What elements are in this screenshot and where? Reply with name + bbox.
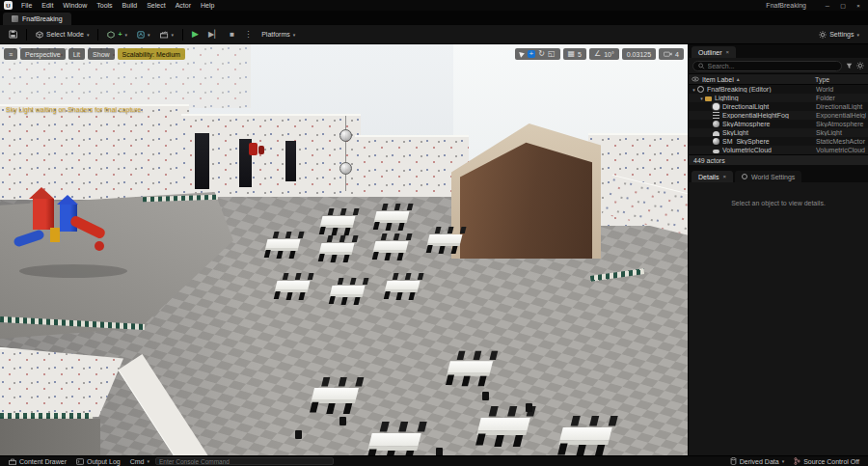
- perspective-dropdown[interactable]: Perspective: [20, 48, 66, 60]
- outliner-search-box[interactable]: [692, 61, 842, 71]
- content-drawer-button[interactable]: Content Drawer: [5, 458, 70, 465]
- dining-table[interactable]: [373, 241, 409, 253]
- level-viewport[interactable]: Sky Light waiting on Shaders for final c…: [0, 44, 688, 455]
- stop-button[interactable]: ■: [226, 29, 238, 41]
- close-tab-icon[interactable]: ×: [726, 49, 730, 55]
- dining-table[interactable]: [476, 418, 529, 435]
- minimize-button[interactable]: ─: [820, 3, 835, 9]
- view-mode-dropdown[interactable]: Lit: [68, 48, 85, 60]
- menu-item-build[interactable]: Build: [118, 2, 143, 9]
- move-tool-icon[interactable]: +: [528, 50, 536, 58]
- menu-item-select[interactable]: Select: [142, 2, 170, 9]
- rotate-tool-icon[interactable]: ↻: [538, 50, 545, 58]
- grid-snap-icon: ▦: [568, 50, 576, 58]
- menu-item-file[interactable]: File: [16, 2, 37, 9]
- filter-funnel-icon[interactable]: [846, 63, 853, 69]
- viewport-options-button[interactable]: ≡: [4, 48, 17, 60]
- dining-table[interactable]: [558, 427, 611, 445]
- close-tab-icon[interactable]: ×: [722, 174, 726, 179]
- rotation-snap-control[interactable]: ∠ 10°: [589, 48, 619, 60]
- outliner-search-input[interactable]: [708, 63, 836, 69]
- tab-details[interactable]: Details ×: [692, 171, 733, 182]
- outliner-row[interactable]: SM_SkySphereStaticMeshActor: [689, 137, 868, 146]
- chair[interactable]: [339, 417, 346, 425]
- dining-table[interactable]: [320, 216, 356, 228]
- chair[interactable]: [526, 403, 532, 412]
- menu-item-edit[interactable]: Edit: [37, 2, 58, 9]
- select-mode-dropdown[interactable]: Select Mode ▾: [32, 29, 93, 41]
- dining-table[interactable]: [427, 234, 463, 246]
- outliner-row[interactable]: DirectionalLightDirectionalLight: [689, 102, 868, 111]
- grid-snap-value: 5: [578, 51, 582, 58]
- play-options-kebab[interactable]: ⋮: [240, 29, 256, 41]
- menu-item-actor[interactable]: Actor: [171, 2, 196, 9]
- scale-snap-value: 0.03125: [627, 51, 651, 58]
- console-command-input[interactable]: [155, 457, 334, 465]
- chair[interactable]: [482, 392, 489, 400]
- dining-table[interactable]: [311, 388, 359, 403]
- animatronic-actor[interactable]: [258, 146, 264, 154]
- visibility-eye-icon[interactable]: [692, 76, 699, 82]
- output-log-button[interactable]: Output Log: [72, 458, 124, 465]
- sky-light-gizmo[interactable]: [339, 162, 352, 175]
- dining-table[interactable]: [374, 211, 410, 223]
- tab-fnafbreaking[interactable]: FnafBreaking: [3, 13, 71, 25]
- play-button[interactable]: ▶: [188, 28, 203, 41]
- dining-table[interactable]: [447, 361, 493, 376]
- grid-snap-control[interactable]: ▦ 5: [563, 48, 586, 60]
- scalability-button[interactable]: Scalability: Medium: [118, 48, 185, 60]
- dining-table[interactable]: [275, 281, 311, 292]
- dining-table[interactable]: [385, 281, 420, 292]
- source-control-button[interactable]: Source Control Off: [790, 457, 863, 465]
- chair[interactable]: [436, 448, 443, 455]
- cinematics-dropdown[interactable]: ▾: [156, 29, 178, 41]
- directional-light-gizmo[interactable]: [339, 129, 352, 142]
- outliner-row[interactable]: SkyLightSkyLight: [689, 128, 868, 137]
- frame-skip-button[interactable]: ▶▏: [204, 29, 224, 41]
- outliner-row[interactable]: SkyAtmosphereSkyAtmosphere: [689, 120, 868, 128]
- tab-world-settings[interactable]: World Settings: [735, 171, 801, 182]
- scale-snap-control[interactable]: 0.03125: [622, 48, 656, 60]
- outliner-item-type: DirectionalLight: [816, 103, 866, 110]
- dining-table[interactable]: [265, 239, 301, 251]
- menu-item-window[interactable]: Window: [58, 2, 92, 9]
- column-item-label[interactable]: Item Label ▲: [702, 76, 812, 83]
- expander-icon[interactable]: ▾: [691, 87, 697, 93]
- window-title: FnafBreaking: [766, 2, 806, 9]
- animatronic-actor[interactable]: [249, 143, 258, 155]
- derived-data-button[interactable]: Derived Data ▾: [726, 457, 788, 465]
- cmd-dropdown[interactable]: Cmd ▾: [126, 458, 153, 465]
- floor-mesh[interactable]: [0, 419, 100, 455]
- outliner-row[interactable]: ▾LightingFolder: [689, 94, 868, 102]
- viewport-scene: Sky Light waiting on Shaders for final c…: [0, 44, 688, 455]
- tab-outliner[interactable]: Outliner ×: [692, 46, 736, 58]
- dining-table[interactable]: [367, 433, 420, 451]
- outliner-item-label: SM_SkySphere: [722, 138, 816, 145]
- dining-table[interactable]: [319, 243, 355, 255]
- menu-item-help[interactable]: Help: [196, 2, 219, 9]
- outliner-item-label: VolumetricCloud: [722, 147, 816, 153]
- select-tool-icon[interactable]: [519, 50, 526, 57]
- add-actor-button[interactable]: + ▾: [103, 29, 131, 41]
- outliner-row[interactable]: ▾FnafBreaking (Editor)World: [689, 85, 868, 94]
- expander-icon[interactable]: ▾: [698, 96, 705, 101]
- show-dropdown[interactable]: Show: [88, 48, 115, 60]
- playground-shadow: [19, 264, 127, 278]
- dining-table[interactable]: [330, 286, 366, 297]
- blueprints-dropdown[interactable]: ▾: [133, 29, 154, 41]
- doorway: [285, 141, 296, 181]
- chair[interactable]: [295, 430, 302, 439]
- outliner-row[interactable]: ExponentialHeightFogExponentialHeightFog: [689, 111, 868, 120]
- outliner-row[interactable]: VolumetricCloudVolumetricCloud: [689, 146, 868, 154]
- maximize-button[interactable]: ▢: [835, 2, 851, 9]
- close-button[interactable]: ×: [851, 3, 866, 9]
- camera-speed-control[interactable]: 4: [659, 48, 684, 60]
- outliner-settings-gear-icon[interactable]: [856, 62, 864, 69]
- platforms-dropdown[interactable]: Platforms ▾: [258, 29, 299, 40]
- menu-item-tools[interactable]: Tools: [92, 2, 117, 9]
- settings-dropdown[interactable]: Settings ▾: [815, 29, 863, 41]
- column-type[interactable]: Type: [815, 76, 865, 83]
- playground-actor[interactable]: [12, 181, 142, 288]
- save-button[interactable]: [5, 28, 21, 41]
- scale-tool-icon[interactable]: ◱: [548, 50, 556, 58]
